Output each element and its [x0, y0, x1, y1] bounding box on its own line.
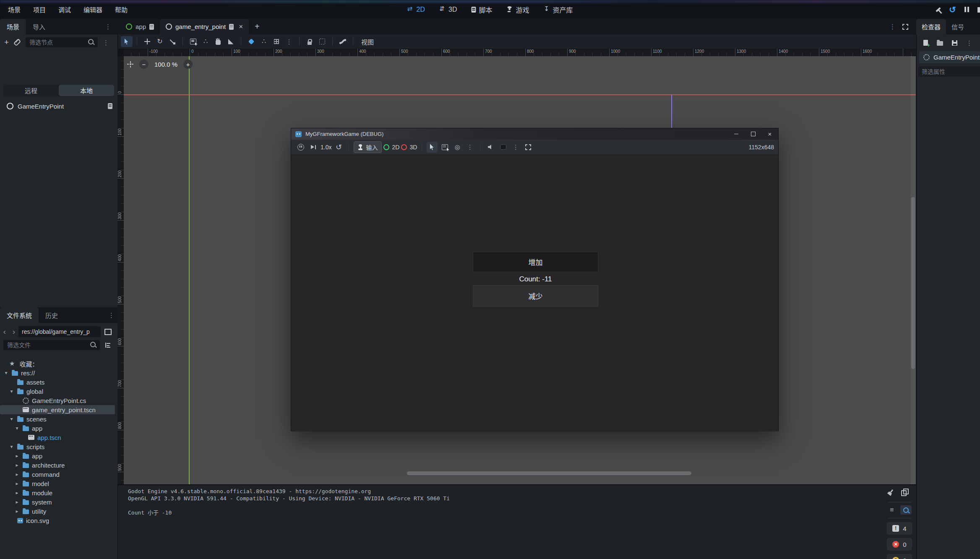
file-tree-item[interactable]: ▾res://: [0, 368, 117, 377]
script-icon[interactable]: [229, 24, 234, 30]
menu-item[interactable]: 调试: [52, 5, 77, 14]
clear-output-icon[interactable]: [890, 489, 893, 492]
lock-node-button[interactable]: [304, 36, 315, 47]
file-tree-item[interactable]: assets: [0, 377, 117, 387]
camera-options-menu[interactable]: ⋮: [464, 142, 475, 153]
mute-audio-button[interactable]: [485, 142, 496, 153]
chevron-right-icon[interactable]: ▸: [14, 508, 20, 514]
restart-scene-icon[interactable]: ↺: [949, 6, 957, 13]
pan-mode-button[interactable]: [212, 36, 224, 47]
reset-time-scale-button[interactable]: ↺: [333, 142, 344, 153]
local-button[interactable]: 本地: [59, 85, 114, 96]
rotate-mode-button[interactable]: ↻: [154, 36, 166, 47]
game-viewport[interactable]: 增加 Count: -11 减少: [291, 155, 778, 432]
tab-inspector[interactable]: 检查器: [916, 19, 946, 34]
close-tab-icon[interactable]: ×: [237, 23, 243, 31]
time-scale-button[interactable]: 1.0x: [321, 142, 331, 153]
snap-options-menu[interactable]: ⋮: [283, 36, 295, 47]
tab-import[interactable]: 导入: [26, 19, 52, 34]
movie-maker-icon[interactable]: [935, 6, 942, 13]
grid-snap-dots-button[interactable]: ∴: [258, 36, 270, 47]
errors-filter-badge[interactable]: 0: [887, 538, 912, 551]
view-menu-button[interactable]: 视图: [361, 37, 374, 46]
new-resource-icon[interactable]: [923, 40, 928, 46]
zoom-level[interactable]: 100.0 %: [154, 61, 177, 68]
chevron-down-icon[interactable]: ▾: [9, 388, 14, 394]
scene-dock-menu-icon[interactable]: ⋮: [105, 19, 111, 34]
file-tree-item[interactable]: icon.svg: [0, 516, 117, 525]
tab-signals[interactable]: 信号: [946, 19, 970, 34]
workspace-tab-3d[interactable]: 3D: [439, 6, 457, 13]
stop-icon-partial[interactable]: [977, 7, 980, 13]
chevron-right-icon[interactable]: ▸: [14, 453, 20, 459]
minimize-window-button[interactable]: [728, 128, 745, 140]
scene-tab-game-entry-point[interactable]: game_entry_point ×: [160, 19, 249, 34]
embed-menu-button[interactable]: ⋮: [510, 142, 521, 153]
zoom-out-button[interactable]: −: [139, 60, 149, 69]
scene-tree-root-node[interactable]: GameEntryPoint: [1, 101, 117, 112]
copy-output-icon[interactable]: [901, 490, 907, 496]
group-node-button[interactable]: [316, 36, 328, 47]
file-tree-item[interactable]: ▸utility: [0, 507, 117, 516]
split-view-icon[interactable]: [104, 329, 112, 335]
embed-options-button[interactable]: [498, 142, 508, 153]
file-tree-item[interactable]: ▾scenes: [0, 414, 117, 424]
workspace-tab-2d[interactable]: 2D: [407, 6, 425, 13]
pause-scene-icon[interactable]: [963, 6, 971, 13]
file-tree-item[interactable]: ▸system: [0, 497, 117, 507]
script-icon[interactable]: [149, 24, 154, 30]
file-tree-item[interactable]: ▸command: [0, 470, 117, 479]
grid-snap-button[interactable]: [271, 36, 282, 47]
chevron-right-icon[interactable]: ▸: [14, 462, 20, 468]
menu-item[interactable]: 编辑器: [77, 5, 109, 14]
move-mode-button[interactable]: [141, 36, 153, 47]
zoom-in-button[interactable]: +: [183, 60, 193, 69]
nav-forward-icon[interactable]: ›: [9, 327, 18, 336]
input-mode-button[interactable]: 输入: [354, 141, 382, 153]
new-scene-tab-button[interactable]: +: [255, 22, 260, 31]
file-tree-item[interactable]: ▸model: [0, 479, 117, 488]
edited-object-row[interactable]: GameEntryPoint.: [919, 51, 980, 63]
chevron-down-icon[interactable]: ▾: [9, 416, 14, 422]
game-window-titlebar[interactable]: MyGFrameworkGame (DEBUG) ×: [291, 128, 778, 140]
chevron-right-icon[interactable]: ▸: [14, 499, 20, 505]
filesystem-menu-icon[interactable]: ⋮: [108, 307, 115, 323]
maximize-window-button[interactable]: [745, 128, 761, 140]
file-tree-item[interactable]: ▾scripts: [0, 442, 117, 451]
instance-scene-icon[interactable]: [13, 39, 21, 46]
workspace-tab-assetlib[interactable]: 资产库: [543, 5, 573, 15]
tab-filesystem[interactable]: 文件系统: [0, 307, 39, 323]
file-tree-item[interactable]: ▸architecture: [0, 460, 117, 470]
increase-button[interactable]: 增加: [473, 252, 598, 272]
expand-viewport-icon[interactable]: [902, 24, 908, 30]
favorites-row[interactable]: ★ 收藏：: [0, 359, 117, 368]
warnings-filter-badge[interactable]: 0: [887, 554, 912, 559]
scene-list-menu-icon[interactable]: ⋮: [889, 23, 896, 31]
menu-item[interactable]: 项目: [27, 5, 52, 14]
current-path-input[interactable]: [18, 326, 101, 337]
ruler-mode-button[interactable]: [225, 36, 237, 47]
remote-button[interactable]: 远程: [3, 85, 59, 96]
load-resource-icon[interactable]: [937, 41, 943, 46]
vertical-scrollbar[interactable]: [911, 197, 915, 369]
suspend-button[interactable]: [295, 142, 306, 153]
add-node-button[interactable]: +: [4, 38, 9, 47]
tab-partial[interactable]: [970, 19, 972, 34]
select-list-button[interactable]: [187, 36, 199, 47]
scene-tree-menu-icon[interactable]: ⋮: [103, 39, 109, 46]
tab-scene[interactable]: 场景: [0, 19, 26, 34]
game-select-button[interactable]: [427, 142, 438, 153]
close-window-button[interactable]: ×: [761, 128, 778, 140]
search-output-button[interactable]: [900, 505, 912, 515]
save-resource-icon[interactable]: [952, 40, 957, 46]
chevron-down-icon[interactable]: ▾: [9, 444, 14, 450]
tab-history[interactable]: 历史: [39, 307, 65, 323]
select-mode-button[interactable]: [121, 36, 133, 47]
game-select-list-button[interactable]: [439, 142, 450, 153]
file-tree-item[interactable]: game_entry_point.tscn: [0, 405, 115, 414]
collapse-output-icon[interactable]: ≡: [890, 507, 894, 513]
workspace-tab-script[interactable]: 脚本: [471, 5, 492, 15]
snap-points-button[interactable]: ∴: [200, 36, 211, 47]
scale-mode-button[interactable]: [167, 36, 178, 47]
chevron-right-icon[interactable]: ▸: [14, 481, 20, 486]
